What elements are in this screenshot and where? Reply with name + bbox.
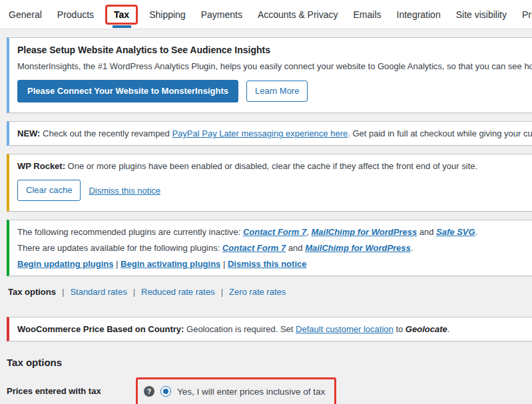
mailchimp-link[interactable]: MailChimp for WordPress	[311, 227, 417, 237]
begin-activating-plugins-link[interactable]: Begin activating plugins	[121, 259, 220, 269]
tab-general[interactable]: General	[9, 9, 42, 20]
subnav-reduced-rate-rates[interactable]: Reduced rate rates	[141, 287, 215, 297]
contact-form-7-update-link[interactable]: Contact Form 7	[222, 243, 286, 253]
radio-prices-inclusive[interactable]	[160, 386, 171, 397]
tab-integration[interactable]: Integration	[397, 9, 441, 20]
tab-shipping[interactable]: Shipping	[149, 9, 186, 20]
tab-pricing-zones[interactable]: Pricing zones	[522, 9, 532, 20]
monsterinsights-body: MonsterInsights, the #1 WordPress Analyt…	[17, 61, 532, 71]
tab-tax[interactable]: Tax	[114, 9, 129, 20]
inactive-plugins-line: The following recommended plugins are cu…	[17, 227, 532, 237]
geolocate-emphasis: Geolocate	[405, 324, 447, 334]
contact-form-7-link[interactable]: Contact Form 7	[243, 227, 306, 237]
prices-entered-with-tax-row: Prices entered with tax ? Yes, I will en…	[7, 377, 532, 404]
subnav-standard-rates[interactable]: Standard rates	[70, 287, 127, 297]
subnav-tax-options[interactable]: Tax options	[8, 287, 56, 297]
wp-rocket-label: WP Rocket:	[17, 161, 65, 171]
tab-accounts-privacy[interactable]: Accounts & Privacy	[258, 9, 338, 20]
tab-tax-annotation-box: Tax	[105, 5, 138, 25]
paypal-message: NEW: Check out the recently revamped Pay…	[17, 128, 532, 138]
help-icon[interactable]: ?	[144, 386, 154, 397]
plugin-updates-line: There are updates available for the foll…	[17, 243, 532, 253]
active-tab-indicator	[113, 25, 131, 28]
mailchimp-update-link[interactable]: MailChimp for WordPress	[305, 243, 411, 253]
wp-rocket-message: WP Rocket: One or more plugins have been…	[17, 161, 532, 171]
subnav-zero-rate-rates[interactable]: Zero rate rates	[229, 287, 286, 297]
tab-payments[interactable]: Payments	[201, 9, 242, 20]
radio-option-inclusive: ? Yes, I will enter prices inclusive of …	[144, 386, 325, 397]
radio-group-annotation-box: ? Yes, I will enter prices inclusive of …	[136, 377, 336, 404]
tab-products[interactable]: Products	[57, 9, 94, 20]
notice-recommended-plugins: The following recommended plugins are cu…	[7, 220, 532, 276]
price-based-country-label: WooCommerce Price Based on Country:	[17, 324, 184, 334]
settings-tab-bar: General Products Tax Shipping Payments A…	[0, 0, 532, 29]
radio-label-inclusive[interactable]: Yes, I will enter prices inclusive of ta…	[177, 387, 325, 397]
monsterinsights-title: Please Setup Website Analytics to See Au…	[17, 45, 532, 55]
prices-entered-with-tax-label: Prices entered with tax	[7, 377, 136, 396]
tax-subnav: Tax options | Standard rates | Reduced r…	[7, 287, 532, 297]
default-customer-location-link[interactable]: Default customer location	[296, 324, 394, 334]
settings-content: Please Setup Website Analytics to See Au…	[0, 37, 532, 404]
tax-options-heading: Tax options	[7, 357, 532, 368]
safe-svg-link[interactable]: Safe SVG	[436, 227, 475, 237]
connect-monsterinsights-button[interactable]: Please Connect Your Website to MonsterIn…	[17, 80, 238, 102]
plugins-dismiss-link[interactable]: Dismiss this notice	[228, 259, 306, 269]
notice-geolocation: WooCommerce Price Based on Country: Geol…	[7, 317, 532, 341]
notice-wp-rocket: WP Rocket: One or more plugins have been…	[7, 154, 532, 212]
learn-more-button[interactable]: Learn More	[246, 81, 308, 102]
notice-paypal: NEW: Check out the recently revamped Pay…	[7, 121, 532, 146]
wp-rocket-dismiss-link[interactable]: Dismiss this notice	[89, 186, 160, 196]
tab-site-visibility[interactable]: Site visibility	[456, 9, 507, 20]
clear-cache-button[interactable]: Clear cache	[17, 180, 81, 201]
geolocation-message: WooCommerce Price Based on Country: Geol…	[17, 324, 532, 334]
paypal-new-label: NEW:	[17, 128, 40, 138]
notice-monsterinsights: Please Setup Website Analytics to See Au…	[7, 37, 532, 113]
woocommerce-settings-page: General Products Tax Shipping Payments A…	[0, 0, 532, 404]
paypal-messaging-link[interactable]: PayPal Pay Later messaging experience he…	[172, 128, 348, 138]
tab-emails[interactable]: Emails	[354, 9, 382, 20]
begin-updating-plugins-link[interactable]: Begin updating plugins	[17, 259, 113, 269]
plugin-actions-line: Begin updating plugins | Begin activatin…	[17, 259, 532, 269]
